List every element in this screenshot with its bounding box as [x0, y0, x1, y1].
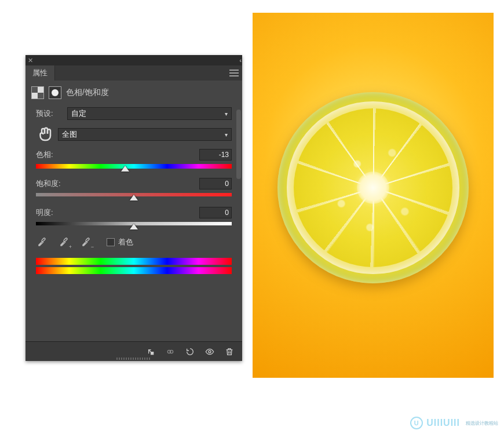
output-color-bar[interactable] — [36, 267, 232, 274]
citrus-slice-graphic — [277, 92, 469, 283]
hue-slider-group: 色相: -13 — [36, 149, 232, 170]
watermark-subtext: 精选设计教程站 — [466, 420, 498, 426]
collapse-panel-icon[interactable]: ‹‹ — [239, 57, 240, 64]
lightness-slider-group: 明度: 0 — [36, 207, 232, 228]
eyedropper-add-icon[interactable]: + — [58, 236, 71, 249]
svg-point-3 — [209, 351, 211, 353]
panel-tab-strip: 属性 — [25, 65, 242, 81]
eyedropper-subtract-icon[interactable]: − — [80, 236, 93, 249]
tab-properties[interactable]: 属性 — [25, 65, 55, 81]
adjustment-title: 色相/饱和度 — [66, 87, 109, 98]
lightness-label: 明度: — [36, 207, 53, 218]
channel-dropdown[interactable]: 全图 ▾ — [58, 128, 232, 141]
input-color-bar[interactable] — [36, 258, 232, 265]
lightness-slider[interactable] — [36, 222, 232, 228]
chevron-down-icon: ▾ — [225, 132, 228, 138]
preset-label: 预设: — [36, 108, 63, 119]
tab-properties-label: 属性 — [32, 68, 48, 78]
watermark: U UIIIUIII 精选设计教程站 — [410, 417, 498, 429]
panel-topbar: ✕ ‹‹ — [25, 55, 242, 65]
controls-area: 预设: 自定 ▾ 全图 ▾ — [25, 107, 242, 274]
watermark-logo-icon: U — [410, 417, 423, 429]
preset-row: 预设: 自定 ▾ — [36, 107, 232, 120]
saturation-slider-group: 饱和度: 0 — [36, 178, 232, 199]
preview-image — [253, 13, 494, 378]
preset-dropdown[interactable]: 自定 ▾ — [67, 107, 232, 120]
close-icon[interactable]: ✕ — [28, 57, 33, 64]
reset-icon[interactable] — [184, 346, 196, 358]
eyedropper-row: + − 着色 — [36, 236, 232, 249]
channel-dropdown-value: 全图 — [62, 129, 77, 140]
svg-rect-0 — [151, 352, 154, 355]
colorize-checkbox[interactable] — [107, 238, 115, 246]
hamburger-icon — [229, 70, 239, 76]
colorize-label: 着色 — [118, 237, 133, 247]
panel-scrollbar[interactable] — [236, 110, 241, 283]
adjustment-header: 色相/饱和度 — [25, 81, 242, 107]
saturation-label: 饱和度: — [36, 178, 61, 189]
lightness-value-input[interactable]: 0 — [199, 207, 232, 218]
layer-mask-icon[interactable] — [49, 86, 61, 99]
trash-icon[interactable] — [224, 346, 235, 358]
channel-row: 全图 ▾ — [36, 126, 232, 143]
hue-label: 色相: — [36, 149, 53, 160]
adjustment-layer-icon[interactable] — [31, 86, 44, 99]
eyedropper-icon[interactable] — [36, 236, 49, 249]
chevron-down-icon: ▾ — [225, 111, 228, 117]
watermark-text: UIIIUIII — [426, 418, 460, 428]
targeted-adjustment-icon[interactable] — [36, 126, 53, 143]
color-range-bars — [36, 258, 232, 274]
panel-body: 色相/饱和度 预设: 自定 ▾ 全图 ▾ — [25, 81, 242, 341]
saturation-slider[interactable] — [36, 193, 232, 199]
clip-to-layer-icon[interactable] — [145, 346, 156, 358]
saturation-value-input[interactable]: 0 — [199, 178, 232, 189]
properties-panel: ✕ ‹‹ 属性 色相/饱和度 预设: 自定 ▾ — [25, 55, 242, 361]
resize-grip-icon[interactable] — [116, 358, 151, 360]
view-previous-state-icon[interactable] — [165, 346, 176, 358]
hue-slider[interactable] — [36, 164, 232, 170]
panel-footer — [25, 341, 242, 361]
panel-menu-button[interactable] — [229, 65, 242, 81]
visibility-eye-icon[interactable] — [204, 346, 216, 358]
hue-slider-thumb[interactable] — [121, 166, 129, 172]
lightness-slider-thumb[interactable] — [130, 224, 138, 229]
saturation-slider-thumb[interactable] — [130, 195, 138, 200]
scrollbar-thumb[interactable] — [236, 110, 241, 179]
hue-value-input[interactable]: -13 — [199, 149, 232, 161]
preset-dropdown-value: 自定 — [71, 108, 86, 119]
colorize-option[interactable]: 着色 — [107, 237, 133, 247]
